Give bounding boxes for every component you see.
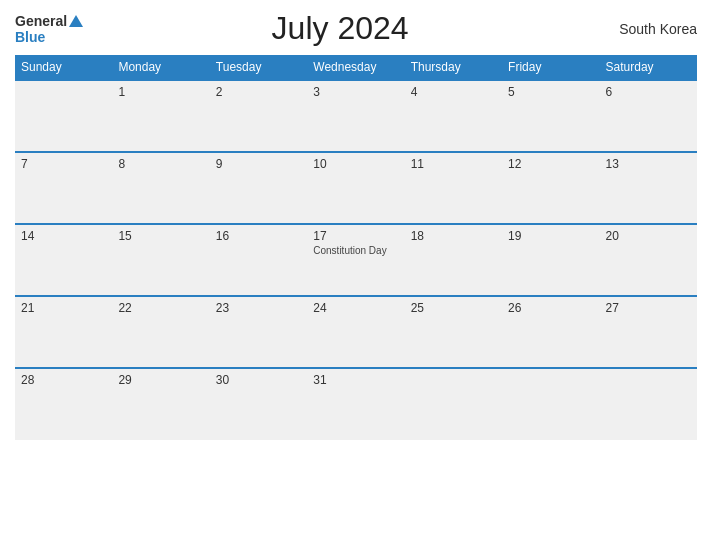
day-number: 14 — [21, 229, 106, 243]
day-number: 17 — [313, 229, 398, 243]
calendar-header: Sunday Monday Tuesday Wednesday Thursday… — [15, 55, 697, 80]
calendar-cell — [405, 368, 502, 440]
day-number: 25 — [411, 301, 496, 315]
calendar-cell: 13 — [600, 152, 697, 224]
event-label: Constitution Day — [313, 245, 398, 256]
calendar-cell: 29 — [112, 368, 209, 440]
calendar-cell: 27 — [600, 296, 697, 368]
day-number: 22 — [118, 301, 203, 315]
calendar-cell: 8 — [112, 152, 209, 224]
calendar-cell: 6 — [600, 80, 697, 152]
day-number: 5 — [508, 85, 593, 99]
calendar-cell: 14 — [15, 224, 112, 296]
day-number: 7 — [21, 157, 106, 171]
calendar-week-0: 123456 — [15, 80, 697, 152]
day-number: 2 — [216, 85, 301, 99]
calendar-cell: 22 — [112, 296, 209, 368]
page: General Blue July 2024 South Korea Sunda… — [0, 0, 712, 550]
calendar-cell: 3 — [307, 80, 404, 152]
calendar-cell — [600, 368, 697, 440]
logo-blue-text: Blue — [15, 29, 45, 45]
calendar-cell: 4 — [405, 80, 502, 152]
logo: General Blue — [15, 13, 83, 45]
day-number: 15 — [118, 229, 203, 243]
day-number: 21 — [21, 301, 106, 315]
calendar-cell: 31 — [307, 368, 404, 440]
calendar-cell: 18 — [405, 224, 502, 296]
col-friday: Friday — [502, 55, 599, 80]
calendar-cell: 20 — [600, 224, 697, 296]
calendar-cell: 15 — [112, 224, 209, 296]
logo-general-text: General — [15, 13, 67, 29]
day-number: 13 — [606, 157, 691, 171]
calendar-body: 1234567891011121314151617Constitution Da… — [15, 80, 697, 440]
col-saturday: Saturday — [600, 55, 697, 80]
col-tuesday: Tuesday — [210, 55, 307, 80]
calendar-cell: 23 — [210, 296, 307, 368]
calendar-cell: 25 — [405, 296, 502, 368]
calendar-cell: 7 — [15, 152, 112, 224]
day-number: 8 — [118, 157, 203, 171]
calendar-cell: 19 — [502, 224, 599, 296]
day-number: 27 — [606, 301, 691, 315]
calendar-cell: 28 — [15, 368, 112, 440]
country-label: South Korea — [597, 21, 697, 37]
day-number: 9 — [216, 157, 301, 171]
day-number: 12 — [508, 157, 593, 171]
day-number: 29 — [118, 373, 203, 387]
calendar-table: Sunday Monday Tuesday Wednesday Thursday… — [15, 55, 697, 440]
day-number: 30 — [216, 373, 301, 387]
day-number: 23 — [216, 301, 301, 315]
calendar-cell: 16 — [210, 224, 307, 296]
calendar-week-4: 28293031 — [15, 368, 697, 440]
calendar-cell: 1 — [112, 80, 209, 152]
col-sunday: Sunday — [15, 55, 112, 80]
calendar-cell: 2 — [210, 80, 307, 152]
calendar-cell: 26 — [502, 296, 599, 368]
day-number: 19 — [508, 229, 593, 243]
day-number: 1 — [118, 85, 203, 99]
calendar-cell: 30 — [210, 368, 307, 440]
day-number: 20 — [606, 229, 691, 243]
calendar-week-1: 78910111213 — [15, 152, 697, 224]
header: General Blue July 2024 South Korea — [15, 10, 697, 47]
day-number: 3 — [313, 85, 398, 99]
days-of-week-row: Sunday Monday Tuesday Wednesday Thursday… — [15, 55, 697, 80]
day-number: 24 — [313, 301, 398, 315]
col-wednesday: Wednesday — [307, 55, 404, 80]
calendar-cell: 12 — [502, 152, 599, 224]
logo-triangle-icon — [69, 15, 83, 27]
day-number: 11 — [411, 157, 496, 171]
day-number: 31 — [313, 373, 398, 387]
day-number: 18 — [411, 229, 496, 243]
calendar-cell — [15, 80, 112, 152]
calendar-cell — [502, 368, 599, 440]
day-number: 16 — [216, 229, 301, 243]
calendar-cell: 5 — [502, 80, 599, 152]
day-number: 28 — [21, 373, 106, 387]
calendar-cell: 24 — [307, 296, 404, 368]
day-number: 26 — [508, 301, 593, 315]
calendar-week-2: 14151617Constitution Day181920 — [15, 224, 697, 296]
calendar-cell: 11 — [405, 152, 502, 224]
calendar-cell: 17Constitution Day — [307, 224, 404, 296]
calendar-title: July 2024 — [83, 10, 597, 47]
calendar-cell: 10 — [307, 152, 404, 224]
calendar-cell: 21 — [15, 296, 112, 368]
calendar-week-3: 21222324252627 — [15, 296, 697, 368]
calendar-cell: 9 — [210, 152, 307, 224]
day-number: 6 — [606, 85, 691, 99]
col-monday: Monday — [112, 55, 209, 80]
day-number: 10 — [313, 157, 398, 171]
day-number: 4 — [411, 85, 496, 99]
col-thursday: Thursday — [405, 55, 502, 80]
